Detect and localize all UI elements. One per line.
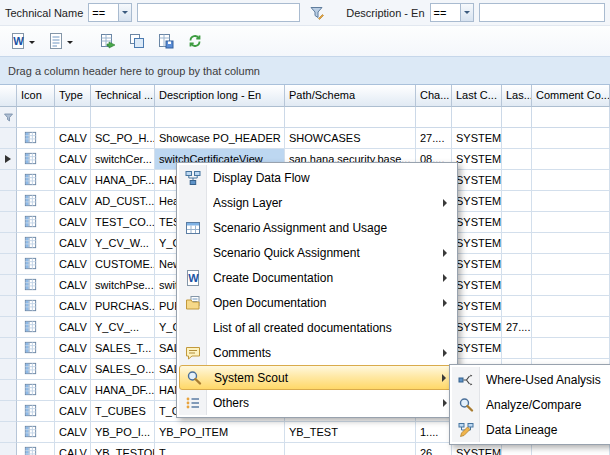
cell-icon[interactable] bbox=[17, 275, 55, 296]
cell-comment[interactable] bbox=[532, 191, 610, 212]
row-indicator[interactable] bbox=[0, 401, 17, 422]
cell-icon[interactable] bbox=[17, 380, 55, 401]
cell-technical[interactable]: HANA_DF... bbox=[91, 170, 155, 191]
cell-type[interactable]: CALV bbox=[55, 443, 91, 455]
row-indicator[interactable] bbox=[0, 128, 17, 149]
cell-last[interactable] bbox=[502, 233, 532, 254]
cell-changed[interactable]: 1.... bbox=[416, 422, 452, 443]
filter-cell-icon[interactable] bbox=[17, 107, 55, 128]
cell-technical[interactable]: Y_CV_W... bbox=[91, 233, 155, 254]
row-indicator[interactable] bbox=[0, 359, 17, 380]
cell-icon[interactable] bbox=[17, 191, 55, 212]
technical-name-filter-input[interactable] bbox=[137, 3, 300, 22]
row-indicator[interactable] bbox=[0, 233, 17, 254]
cell-type[interactable]: CALV bbox=[55, 212, 91, 233]
cell-technical[interactable]: TEST_CO... bbox=[91, 212, 155, 233]
cell-last_changed[interactable]: SYSTEM bbox=[452, 233, 502, 254]
technical-name-operator-combo[interactable]: == bbox=[88, 3, 132, 22]
cell-technical[interactable]: YB_PO_I... bbox=[91, 422, 155, 443]
cell-comment[interactable] bbox=[532, 296, 610, 317]
column-header-description-long-en[interactable]: Description long - En bbox=[155, 85, 285, 107]
cell-last[interactable] bbox=[502, 254, 532, 275]
cell-last_changed[interactable]: SYSTEM bbox=[452, 191, 502, 212]
column-header-icon[interactable]: Icon bbox=[17, 85, 55, 107]
cell-type[interactable]: CALV bbox=[55, 296, 91, 317]
cell-technical[interactable]: PURCHAS... bbox=[91, 296, 155, 317]
cell-icon[interactable] bbox=[17, 149, 55, 170]
cell-last[interactable] bbox=[502, 128, 532, 149]
cell-last_changed[interactable]: SYSTEM bbox=[452, 296, 502, 317]
filter-cell-cha[interactable] bbox=[416, 107, 452, 128]
cell-type[interactable]: CALV bbox=[55, 233, 91, 254]
cell-technical[interactable]: YB_TESTOK bbox=[91, 443, 155, 455]
cell-icon[interactable] bbox=[17, 233, 55, 254]
cell-last_changed[interactable]: SYSTEM bbox=[452, 254, 502, 275]
filter-cell-technical[interactable] bbox=[91, 107, 155, 128]
row-indicator[interactable] bbox=[0, 170, 17, 191]
cell-icon[interactable] bbox=[17, 338, 55, 359]
row-indicator[interactable] bbox=[0, 191, 17, 212]
menu-item-assign-layer[interactable]: Assign Layer bbox=[179, 190, 455, 215]
column-header-cha[interactable]: Cha... bbox=[416, 85, 452, 107]
cell-type[interactable]: CALV bbox=[55, 338, 91, 359]
cell-last[interactable] bbox=[502, 170, 532, 191]
cell-comment[interactable] bbox=[532, 170, 610, 191]
filter-cell-description-long-en[interactable] bbox=[155, 107, 285, 128]
column-header-path-schema[interactable]: Path/Schema bbox=[285, 85, 416, 107]
row-indicator[interactable] bbox=[0, 443, 17, 455]
filter-editor-button[interactable] bbox=[305, 3, 327, 23]
cell-last_changed[interactable]: SYSTEM bbox=[452, 170, 502, 191]
column-header-las[interactable]: Las... bbox=[502, 85, 532, 107]
cell-comment[interactable] bbox=[532, 212, 610, 233]
cell-path[interactable]: YB_TEST bbox=[285, 422, 416, 443]
cell-description[interactable]: T... bbox=[155, 443, 285, 455]
cell-icon[interactable] bbox=[17, 317, 55, 338]
filter-cell-last-c[interactable] bbox=[452, 107, 502, 128]
cell-technical[interactable]: Y_CV_... bbox=[91, 317, 155, 338]
cell-comment[interactable] bbox=[532, 317, 610, 338]
cell-type[interactable]: CALV bbox=[55, 380, 91, 401]
cell-type[interactable]: CALV bbox=[55, 254, 91, 275]
cell-path[interactable]: SHOWCASES bbox=[285, 128, 416, 149]
cell-icon[interactable] bbox=[17, 212, 55, 233]
row-indicator[interactable] bbox=[0, 275, 17, 296]
cell-technical[interactable]: AD_CUST... bbox=[91, 191, 155, 212]
cell-type[interactable]: CALV bbox=[55, 359, 91, 380]
column-header-type[interactable]: Type bbox=[55, 85, 91, 107]
group-by-panel[interactable]: Drag a column header here to group by th… bbox=[0, 56, 610, 85]
menu-item-display-data-flow[interactable]: Display Data Flow bbox=[179, 165, 455, 190]
cell-type[interactable]: CALV bbox=[55, 128, 91, 149]
cell-last[interactable] bbox=[502, 296, 532, 317]
cell-last[interactable] bbox=[502, 149, 532, 170]
cell-technical[interactable]: HANA_DF... bbox=[91, 380, 155, 401]
cell-last_changed[interactable]: SYSTEM bbox=[452, 317, 502, 338]
open-documentation-button[interactable] bbox=[44, 29, 77, 53]
cell-changed[interactable]: 27.... bbox=[416, 128, 452, 149]
cell-icon[interactable] bbox=[17, 359, 55, 380]
cell-type[interactable]: CALV bbox=[55, 275, 91, 296]
menu-item-system-scout[interactable]: System Scout bbox=[179, 365, 455, 390]
cell-technical[interactable]: switchCer... bbox=[91, 149, 155, 170]
cell-last[interactable] bbox=[502, 191, 532, 212]
submenu-item-data-lineage[interactable]: Data Lineage bbox=[452, 417, 609, 442]
filter-cell-path-schema[interactable] bbox=[285, 107, 416, 128]
description-en-operator-combo[interactable]: == bbox=[430, 3, 474, 22]
cell-technical[interactable]: SALES_O... bbox=[91, 359, 155, 380]
row-indicator[interactable] bbox=[0, 296, 17, 317]
cell-technical[interactable]: switchPse... bbox=[91, 275, 155, 296]
cell-icon[interactable] bbox=[17, 401, 55, 422]
copy-grid-button[interactable] bbox=[125, 29, 149, 53]
cell-comment[interactable] bbox=[532, 254, 610, 275]
cell-last[interactable]: 27.... bbox=[502, 317, 532, 338]
cell-comment[interactable] bbox=[532, 338, 610, 359]
row-indicator[interactable] bbox=[0, 380, 17, 401]
cell-last_changed[interactable]: SYSTEM bbox=[452, 275, 502, 296]
row-indicator[interactable] bbox=[0, 317, 17, 338]
row-indicator[interactable] bbox=[0, 338, 17, 359]
menu-item-comments[interactable]: Comments bbox=[179, 340, 455, 365]
column-header-last-c[interactable]: Last C... bbox=[452, 85, 502, 107]
cell-icon[interactable] bbox=[17, 422, 55, 443]
menu-item-scenario-assignment-and-usage[interactable]: Scenario Assignment and Usage bbox=[179, 215, 455, 240]
refresh-button[interactable] bbox=[183, 29, 207, 53]
cell-technical[interactable]: SALES_T... bbox=[91, 338, 155, 359]
